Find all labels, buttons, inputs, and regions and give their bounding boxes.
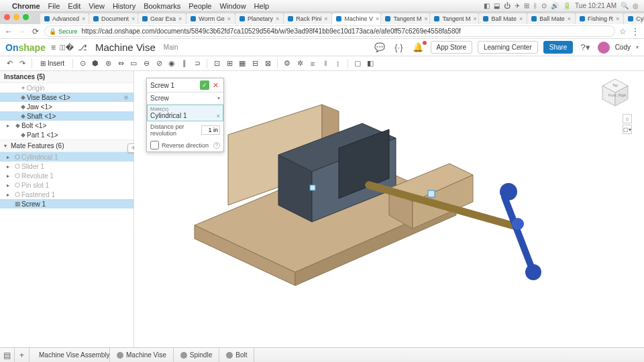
tree-item[interactable]: ▸⬡Revolute 1: [0, 171, 133, 180]
help-icon[interactable]: ?: [213, 142, 220, 149]
mac-menu-history[interactable]: History: [113, 2, 136, 10]
tree-item[interactable]: ▸⬡Slider 1: [0, 162, 133, 171]
close-tab-icon[interactable]: ×: [178, 15, 182, 22]
linear-relation-icon[interactable]: ⫶: [333, 58, 343, 69]
gear-relation-icon[interactable]: ✲: [294, 58, 305, 69]
branch-icon[interactable]: ⎇: [78, 43, 87, 52]
close-tab-icon[interactable]: ×: [227, 15, 231, 22]
chrome-menu-icon[interactable]: ⋮: [631, 26, 640, 37]
mac-app-name[interactable]: Chrome: [12, 2, 40, 10]
back-button[interactable]: ←: [4, 27, 13, 36]
document-tab[interactable]: Machine Vise: [110, 348, 174, 362]
notifications-icon[interactable]: 🔔: [411, 42, 425, 52]
reload-button[interactable]: ⟳: [31, 27, 40, 36]
tree-item[interactable]: ▸⬡Fastened 1: [0, 190, 133, 199]
tree-item[interactable]: ◆Vise Base <1>≡: [0, 93, 133, 102]
mac-menu-help[interactable]: Help: [254, 2, 270, 10]
tool-icon[interactable]: ⊠: [262, 58, 273, 69]
user-name[interactable]: Cody: [615, 44, 631, 51]
app-store-button[interactable]: App Store: [431, 41, 472, 54]
mac-menu-file[interactable]: File: [48, 2, 60, 10]
battery-icon[interactable]: 🔋: [563, 2, 571, 9]
browser-tab[interactable]: Fishing R×: [576, 13, 623, 24]
status-icon[interactable]: ⬓: [494, 2, 500, 9]
browser-tab[interactable]: Machine V×: [332, 13, 380, 24]
mate-features-header[interactable]: ▾ Mate Features (6): [0, 139, 133, 152]
status-icon[interactable]: ◧: [484, 2, 490, 9]
tool-icon[interactable]: ▢: [352, 58, 363, 69]
distance-input[interactable]: [201, 125, 220, 135]
dialog-cancel-button[interactable]: ✕: [211, 81, 220, 90]
tree-item[interactable]: ▦Screw 1: [0, 199, 133, 208]
menu-icon[interactable]: ≡: [51, 43, 56, 52]
close-tab-icon[interactable]: ×: [324, 15, 327, 22]
reverse-checkbox[interactable]: [150, 141, 159, 149]
browser-tab[interactable]: Tangent M×: [430, 13, 478, 24]
spotlight-icon[interactable]: 🔍: [621, 2, 629, 9]
insert-button[interactable]: ⊞Insert: [36, 58, 68, 68]
view-cube[interactable]: Front Right Top: [598, 76, 632, 110]
user-menu-caret[interactable]: ▾: [636, 44, 639, 50]
item-menu-icon[interactable]: ≡: [121, 94, 131, 101]
close-tab-icon[interactable]: ×: [376, 15, 379, 22]
tool-icon[interactable]: ⊡: [211, 58, 222, 69]
tree-item[interactable]: ◆Part 1 <1>: [0, 130, 133, 139]
close-tab-icon[interactable]: ×: [131, 15, 135, 22]
close-tab-icon[interactable]: ×: [519, 15, 523, 22]
volume-icon[interactable]: 🔊: [551, 2, 559, 9]
document-title[interactable]: Machine Vise: [95, 42, 156, 53]
relation-type-dropdown[interactable]: Screw▾: [147, 93, 223, 105]
tree-item[interactable]: ▸⬡Cylindrical 1: [0, 152, 133, 162]
dialog-confirm-button[interactable]: ✓: [200, 80, 209, 90]
browser-tab[interactable]: Rack Pini×: [284, 13, 331, 24]
tool-icon[interactable]: ⊙: [77, 58, 88, 69]
tree-item[interactable]: ▸◆Bolt <1>: [0, 121, 133, 130]
clear-mate-button[interactable]: ×: [217, 113, 220, 119]
user-avatar[interactable]: [598, 42, 610, 54]
browser-tab[interactable]: Gear Exa×: [138, 13, 186, 24]
tool-icon[interactable]: ⊟: [250, 58, 260, 69]
browser-tab[interactable]: Advanced×: [40, 13, 89, 24]
share-button[interactable]: Share: [543, 41, 574, 54]
home-view-button[interactable]: ⌂: [623, 114, 632, 123]
close-tab-icon[interactable]: ×: [82, 15, 85, 22]
tree-item[interactable]: ◆Jaw <1>: [0, 102, 133, 111]
revolute-mate-icon[interactable]: ⊛: [103, 58, 113, 69]
relation-icon[interactable]: ⚙: [282, 58, 292, 69]
browser-tab[interactable]: Cylinder H×: [624, 13, 644, 24]
tool-icon[interactable]: ◧: [365, 58, 376, 69]
rack-relation-icon[interactable]: ≡: [307, 58, 318, 69]
slider-mate-icon[interactable]: ⇔: [115, 58, 126, 69]
tab-manager-button[interactable]: ▤: [0, 348, 15, 362]
mac-clock[interactable]: Tue 10:21 AM: [575, 2, 616, 9]
close-tab-icon[interactable]: ×: [568, 15, 571, 22]
mac-menu-bookmarks[interactable]: Bookmarks: [144, 2, 180, 10]
close-window-button[interactable]: [4, 14, 10, 20]
screw-relation-icon[interactable]: ⫴: [320, 58, 331, 69]
learning-center-button[interactable]: Learning Center: [478, 41, 538, 54]
braces-icon[interactable]: {·}: [392, 42, 405, 52]
chat-icon[interactable]: 💬: [372, 42, 387, 52]
status-icon[interactable]: ⊞: [524, 2, 529, 9]
siri-icon[interactable]: ◎: [633, 2, 639, 9]
close-tab-icon[interactable]: ×: [276, 15, 279, 22]
maximize-window-button[interactable]: [23, 14, 29, 20]
document-tab[interactable]: Bolt: [219, 348, 254, 362]
onshape-logo[interactable]: Onshape: [5, 42, 46, 53]
fit-view-button[interactable]: ▢▾: [623, 125, 632, 134]
document-tab[interactable]: Machine Vise Assembly ...: [30, 348, 110, 362]
ball-mate-icon[interactable]: ◉: [166, 58, 177, 69]
pin-slot-mate-icon[interactable]: ⊘: [154, 58, 164, 69]
browser-tab[interactable]: Tangent M×: [381, 13, 429, 24]
tool-icon[interactable]: ⊞: [224, 58, 235, 69]
redo-button[interactable]: ↷: [17, 58, 28, 69]
help-icon[interactable]: ?▾: [578, 42, 592, 52]
close-tab-icon[interactable]: ×: [616, 15, 619, 22]
document-tab[interactable]: Spindle: [174, 348, 219, 362]
tree-icon[interactable]: �ี�: [60, 43, 74, 52]
fastened-mate-icon[interactable]: ⬢: [90, 58, 101, 69]
planar-mate-icon[interactable]: ▭: [128, 58, 139, 69]
mates-field[interactable]: Mate(s) Cylindrical 1 ×: [147, 105, 223, 121]
parallel-mate-icon[interactable]: ∥: [179, 58, 190, 69]
forward-button[interactable]: →: [17, 27, 27, 36]
